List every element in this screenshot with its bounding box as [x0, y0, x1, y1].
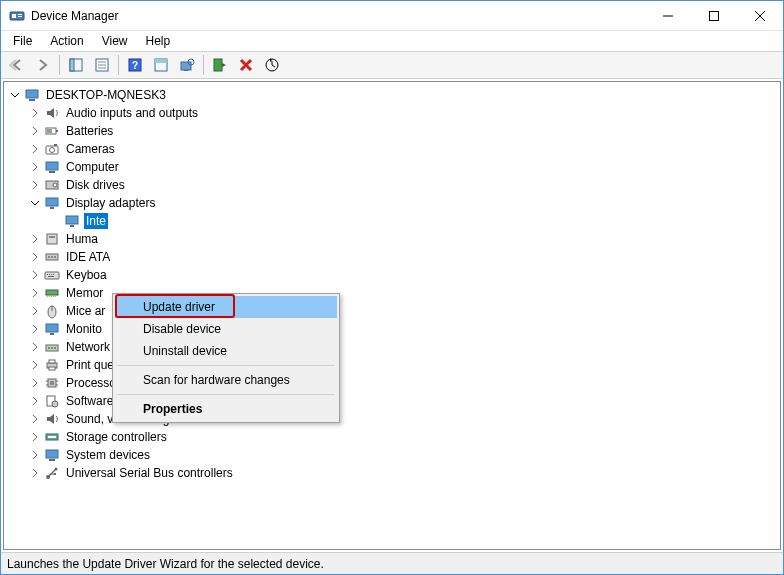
- svg-rect-55: [53, 295, 54, 297]
- expand-chevron-icon[interactable]: [28, 232, 42, 246]
- ctx-scan-hardware[interactable]: Scan for hardware changes: [115, 369, 337, 391]
- tree-category-node[interactable]: Cameras: [4, 140, 780, 158]
- svg-point-29: [50, 148, 55, 153]
- expand-chevron-icon[interactable]: [28, 268, 42, 282]
- expand-chevron-icon[interactable]: [28, 412, 42, 426]
- menu-help[interactable]: Help: [138, 32, 179, 50]
- tree-node-label: Memor: [64, 285, 105, 301]
- expand-chevron-icon[interactable]: [28, 376, 42, 390]
- ctx-update-driver[interactable]: Update driver: [115, 296, 337, 318]
- svg-rect-64: [54, 347, 56, 349]
- statusbar-text: Launches the Update Driver Wizard for th…: [7, 557, 324, 571]
- tree-category-node[interactable]: Batteries: [4, 122, 780, 140]
- svg-rect-66: [49, 360, 55, 363]
- toolbar-update-driver-button[interactable]: [260, 53, 284, 77]
- toolbar-show-hide-button[interactable]: [64, 53, 88, 77]
- expand-chevron-icon[interactable]: [28, 466, 42, 480]
- ctx-properties[interactable]: Properties: [115, 398, 337, 420]
- window-controls: [645, 1, 783, 30]
- tree-device-node[interactable]: Inte: [4, 212, 780, 230]
- svg-rect-35: [46, 198, 58, 206]
- tree-category-node[interactable]: Display adapters: [4, 194, 780, 212]
- expand-chevron-icon[interactable]: [28, 430, 42, 444]
- tree-category-node[interactable]: Keyboa: [4, 266, 780, 284]
- device-category-icon: [44, 249, 60, 265]
- tree-root-node[interactable]: DESKTOP-MQNESK3: [4, 86, 780, 104]
- tree-category-node[interactable]: IDE ATA: [4, 248, 780, 266]
- tree-category-node[interactable]: Universal Serial Bus controllers: [4, 464, 780, 482]
- svg-rect-38: [70, 225, 74, 227]
- expand-chevron-icon[interactable]: [28, 142, 42, 156]
- titlebar: Device Manager: [1, 1, 783, 31]
- tree-category-node[interactable]: System devices: [4, 446, 780, 464]
- svg-rect-79: [49, 459, 55, 461]
- svg-rect-49: [53, 274, 54, 275]
- tree-category-node[interactable]: Storage controllers: [4, 428, 780, 446]
- svg-rect-59: [46, 324, 58, 332]
- tree-node-label: Keyboa: [64, 267, 109, 283]
- svg-rect-27: [47, 129, 52, 133]
- svg-rect-77: [48, 436, 56, 438]
- svg-rect-62: [48, 347, 50, 349]
- tree-node-label: DESKTOP-MQNESK3: [44, 87, 168, 103]
- svg-rect-21: [214, 59, 222, 71]
- svg-rect-47: [49, 274, 50, 275]
- toolbar-separator: [59, 55, 60, 75]
- expand-chevron-icon[interactable]: [28, 304, 42, 318]
- toolbar-back-button[interactable]: [5, 53, 29, 77]
- svg-rect-23: [26, 90, 38, 98]
- svg-rect-2: [18, 14, 22, 15]
- device-category-icon: [44, 393, 60, 409]
- svg-rect-3: [18, 16, 22, 17]
- menu-view[interactable]: View: [94, 32, 136, 50]
- menubar: File Action View Help: [1, 31, 783, 51]
- svg-rect-60: [50, 333, 54, 335]
- tree-category-node[interactable]: Audio inputs and outputs: [4, 104, 780, 122]
- tree-category-node[interactable]: Computer: [4, 158, 780, 176]
- svg-rect-50: [48, 276, 54, 277]
- expand-chevron-icon[interactable]: [28, 124, 42, 138]
- toolbar-help-button[interactable]: ?: [123, 53, 147, 77]
- expand-chevron-icon[interactable]: [28, 358, 42, 372]
- ctx-disable-device[interactable]: Disable device: [115, 318, 337, 340]
- tree-node-label: IDE ATA: [64, 249, 112, 265]
- expand-chevron-icon[interactable]: [28, 196, 42, 210]
- svg-rect-26: [56, 130, 58, 132]
- expand-chevron-icon[interactable]: [28, 286, 42, 300]
- tree-category-node[interactable]: Huma: [4, 230, 780, 248]
- device-tree-panel[interactable]: DESKTOP-MQNESK3Audio inputs and outputsB…: [3, 81, 781, 550]
- toolbar-properties-button[interactable]: [90, 53, 114, 77]
- expand-chevron-icon[interactable]: [8, 88, 22, 102]
- close-button[interactable]: [737, 1, 783, 30]
- svg-rect-69: [50, 381, 54, 385]
- toolbar-enable-button[interactable]: [208, 53, 232, 77]
- expand-chevron-icon[interactable]: [28, 160, 42, 174]
- toolbar-forward-button[interactable]: [31, 53, 55, 77]
- toolbar-action-button[interactable]: [149, 53, 173, 77]
- statusbar: Launches the Update Driver Wizard for th…: [1, 552, 783, 574]
- svg-rect-54: [51, 295, 52, 297]
- svg-rect-82: [54, 473, 56, 475]
- ctx-uninstall-device[interactable]: Uninstall device: [115, 340, 337, 362]
- tree-node-label: Computer: [64, 159, 121, 175]
- device-category-icon: [44, 357, 60, 373]
- expand-chevron-icon[interactable]: [28, 106, 42, 120]
- toolbar-scan-hardware-button[interactable]: [175, 53, 199, 77]
- menu-action[interactable]: Action: [42, 32, 91, 50]
- tree-node-label: Monito: [64, 321, 104, 337]
- expand-chevron-icon[interactable]: [28, 250, 42, 264]
- expand-chevron-icon[interactable]: [28, 448, 42, 462]
- expand-chevron-icon[interactable]: [28, 178, 42, 192]
- device-category-icon: [44, 303, 60, 319]
- tree-category-node[interactable]: Disk drives: [4, 176, 780, 194]
- expand-chevron-icon[interactable]: [28, 340, 42, 354]
- expand-chevron-icon[interactable]: [28, 394, 42, 408]
- menu-file[interactable]: File: [5, 32, 40, 50]
- toolbar-separator: [118, 55, 119, 75]
- svg-rect-19: [184, 70, 188, 71]
- tree-node-label: Huma: [64, 231, 100, 247]
- expand-chevron-icon[interactable]: [28, 322, 42, 336]
- toolbar-uninstall-button[interactable]: [234, 53, 258, 77]
- maximize-button[interactable]: [691, 1, 737, 30]
- minimize-button[interactable]: [645, 1, 691, 30]
